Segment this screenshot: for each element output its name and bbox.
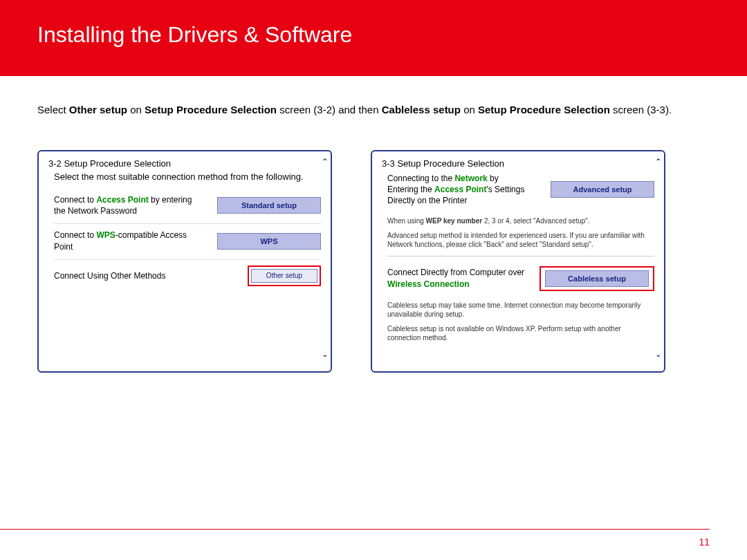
option-wps-label: Connect to WPS-compatible Access Point [54,230,192,252]
option-other-setup: Connect Using Other Methods Other setup [54,260,321,293]
scroll-down-icon[interactable]: ˇ [656,355,660,364]
option-wps: Connect to WPS-compatible Access Point W… [54,224,321,259]
other-setup-button[interactable]: Other setup [251,269,317,283]
note-wep: When using WEP key number 2, 3 or 4, sel… [387,214,654,228]
scroll-down-icon[interactable]: ˇ [323,355,326,364]
wps-button[interactable]: WPS [217,233,321,250]
instruction-text: Select Other setup on Setup Procedure Se… [37,104,710,115]
note-cableless-2: Cableless setup is not available on Wind… [387,321,654,345]
cableless-setup-button[interactable]: Cableless setup [545,270,649,287]
footer-divider [0,529,710,530]
option-advanced-setup: Connecting to the Network by Entering th… [387,171,654,214]
other-setup-highlight: Other setup [248,265,321,286]
panel-3-2: ˆ ˇ 3-2 Setup Procedure Selection Select… [37,150,332,373]
standard-setup-button[interactable]: Standard setup [217,197,321,214]
panel-3-3-title: 3-3 Setup Procedure Selection [372,151,664,171]
divider [387,256,654,256]
panel-3-2-title: 3-2 Setup Procedure Selection [39,151,331,171]
option-standard-setup: Connect to Access Point by entering the … [54,189,321,224]
page-number: 11 [699,536,710,548]
note-cableless-1: Cableless setup may take some time. Inte… [387,298,654,321]
header-banner: Installing the Drivers & Software [0,0,747,76]
cableless-setup-highlight: Cableless setup [540,266,654,291]
option-advanced-label: Connecting to the Network by Entering th… [387,173,524,207]
option-cableless-label: Connect Directly from Computer over Wire… [387,267,524,289]
option-other-label: Connect Using Other Methods [54,270,165,281]
option-cableless-setup: Connect Directly from Computer over Wire… [387,261,654,298]
panel-3-3: ˆ ˇ 3-3 Setup Procedure Selection Connec… [371,150,665,373]
advanced-setup-button[interactable]: Advanced setup [551,181,654,198]
page-title: Installing the Drivers & Software [37,22,747,48]
note-advanced: Advanced setup method is intended for ex… [387,228,654,252]
scroll-up-icon[interactable]: ˆ [656,158,660,168]
panel-3-2-subtitle: Select the most suitable connection meth… [54,171,321,182]
scroll-up-icon[interactable]: ˆ [323,158,326,168]
content-area: Select Other setup on Setup Procedure Se… [0,76,747,373]
option-standard-label: Connect to Access Point by entering the … [54,194,192,216]
